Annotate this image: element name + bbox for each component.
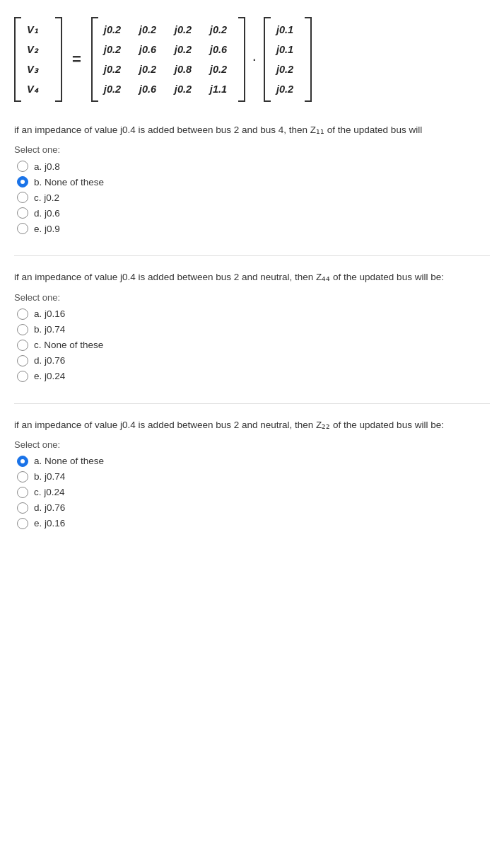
- question3-radio-a[interactable]: [17, 456, 28, 467]
- question1-radio-a[interactable]: [17, 161, 28, 172]
- question-3-block: if an impedance of value j0.4 is added b…: [14, 418, 490, 529]
- question2-option-label-d: d. j0.76: [34, 355, 65, 366]
- question2-radio-b[interactable]: [17, 324, 28, 335]
- question3-option-label-a: a. None of these: [34, 456, 104, 466]
- question1-option-c[interactable]: c. j0.2: [17, 192, 490, 203]
- question3-option-c[interactable]: c. j0.24: [17, 487, 490, 498]
- question2-radio-d[interactable]: [17, 355, 28, 366]
- question-1-block: if an impedance of value j0.4 is added b…: [14, 123, 490, 234]
- question-1-select-label: Select one:: [14, 144, 490, 155]
- question1-radio-c[interactable]: [17, 192, 28, 203]
- question3-option-e[interactable]: e. j0.16: [17, 518, 490, 529]
- question2-option-label-b: b. j0.74: [34, 324, 65, 335]
- question3-option-d[interactable]: d. j0.76: [17, 502, 490, 514]
- question-2-select-label: Select one:: [14, 292, 490, 303]
- question-2-options: a. j0.16b. j0.74c. None of thesed. j0.76…: [17, 308, 490, 382]
- question1-option-a[interactable]: a. j0.8: [17, 161, 490, 172]
- question3-radio-e[interactable]: [17, 518, 28, 529]
- question3-option-label-b: b. j0.74: [34, 471, 65, 482]
- question1-option-label-b: b. None of these: [34, 177, 104, 187]
- question2-option-b[interactable]: b. j0.74: [17, 324, 490, 335]
- question3-radio-b[interactable]: [17, 471, 28, 483]
- question3-radio-c[interactable]: [17, 487, 28, 498]
- question3-option-b[interactable]: b. j0.74: [17, 471, 490, 483]
- question-3-select-label: Select one:: [14, 439, 490, 450]
- question2-option-c[interactable]: c. None of these: [17, 340, 490, 351]
- rhs-vector: j0.1 j0.1 j0.2 j0.2: [264, 17, 312, 102]
- question1-radio-b[interactable]: [17, 176, 28, 187]
- main-matrix: j0.2 j0.2 j0.2 j0.2 j0.2 j0.6 j0.2 j0.6 …: [91, 17, 245, 102]
- question1-radio-d[interactable]: [17, 207, 28, 219]
- question2-radio-a[interactable]: [17, 308, 28, 320]
- question2-option-label-e: e. j0.24: [34, 371, 65, 381]
- lhs-vector: V₁ V₂ V₃ V₄: [14, 17, 62, 102]
- question1-option-label-e: e. j0.9: [34, 224, 60, 234]
- question2-radio-e[interactable]: [17, 371, 28, 382]
- question1-option-label-d: d. j0.6: [34, 208, 60, 219]
- question-1-options: a. j0.8b. None of thesec. j0.2d. j0.6e. …: [17, 161, 490, 234]
- question2-option-d[interactable]: d. j0.76: [17, 355, 490, 366]
- dot-operator: ·: [252, 50, 257, 69]
- question1-radio-e[interactable]: [17, 223, 28, 234]
- question-3-text: if an impedance of value j0.4 is added b…: [14, 418, 490, 432]
- question3-option-a[interactable]: a. None of these: [17, 456, 490, 467]
- question1-option-e[interactable]: e. j0.9: [17, 223, 490, 234]
- question-1-text: if an impedance of value j0.4 is added b…: [14, 123, 490, 137]
- matrix-equation: V₁ V₂ V₃ V₄ = j0.2 j0.2 j0.2 j0.2 j0.2 j…: [14, 17, 490, 102]
- question3-option-label-c: c. j0.24: [34, 487, 65, 497]
- question2-option-label-a: a. j0.16: [34, 308, 65, 319]
- question-2-block: if an impedance of value j0.4 is added b…: [14, 270, 490, 381]
- question3-option-label-e: e. j0.16: [34, 518, 65, 529]
- question2-option-e[interactable]: e. j0.24: [17, 371, 490, 382]
- question-2-text: if an impedance of value j0.4 is added b…: [14, 270, 490, 284]
- question2-option-label-c: c. None of these: [34, 340, 103, 350]
- question1-option-label-c: c. j0.2: [34, 192, 59, 203]
- question1-option-d[interactable]: d. j0.6: [17, 207, 490, 219]
- question-3-options: a. None of theseb. j0.74c. j0.24d. j0.76…: [17, 456, 490, 529]
- question3-radio-d[interactable]: [17, 502, 28, 514]
- question1-option-label-a: a. j0.8: [34, 161, 60, 172]
- question2-radio-c[interactable]: [17, 340, 28, 351]
- question2-option-a[interactable]: a. j0.16: [17, 308, 490, 320]
- question3-option-label-d: d. j0.76: [34, 502, 65, 513]
- question1-option-b[interactable]: b. None of these: [17, 176, 490, 187]
- equals-sign: =: [72, 50, 81, 69]
